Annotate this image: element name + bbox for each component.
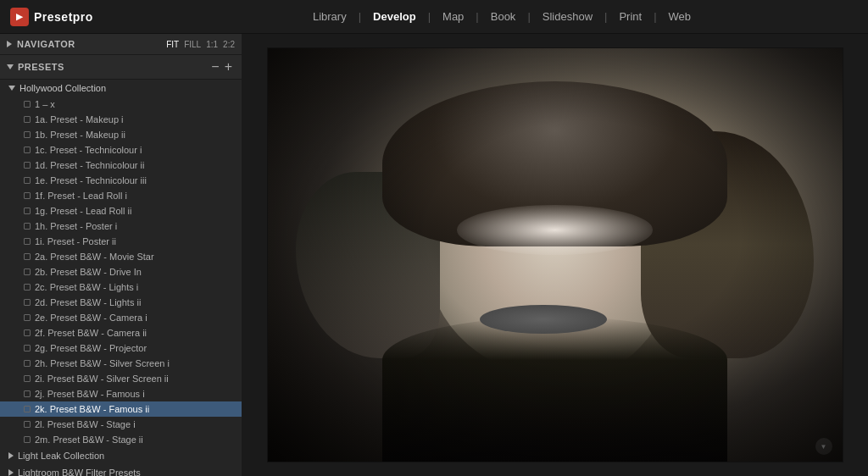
preset-item-h2h[interactable]: 2h. Preset B&W - Silver Screen i <box>0 356 242 371</box>
preset-item-label: 2c. Preset B&W - Lights i <box>35 282 138 292</box>
presets-plus-button[interactable]: + <box>222 59 235 75</box>
preset-list: Hollywood Collection 1 – x1a. Preset - M… <box>0 80 242 476</box>
logo-icon: ▶ <box>10 8 29 26</box>
nav-library[interactable]: Library <box>306 7 353 26</box>
preset-item-h2d[interactable]: 2d. Preset B&W - Lights ii <box>0 295 242 310</box>
collection-hollywood-label: Hollywood Collection <box>19 83 106 93</box>
preset-item-icon <box>24 375 31 382</box>
preset-item-icon <box>24 238 31 245</box>
preset-item-icon <box>24 345 31 351</box>
navigator-collapse-icon[interactable] <box>7 41 12 47</box>
preset-item-icon <box>24 406 31 412</box>
preset-item-icon <box>24 253 31 260</box>
preset-item-h2b[interactable]: 2b. Preset B&W - Drive In <box>0 264 242 280</box>
preset-item-label: 2d. Preset B&W - Lights ii <box>35 297 141 307</box>
presets-label: Presets <box>18 62 209 72</box>
preset-item-h1b[interactable]: 1b. Preset - Makeup ii <box>0 127 242 142</box>
nav-web[interactable]: Web <box>662 7 698 26</box>
preset-item-label: 2e. Preset B&W - Camera i <box>35 313 147 323</box>
collection-light-leak-label: Light Leak Collection <box>18 451 104 461</box>
preset-item-h2l[interactable]: 2l. Preset B&W - Stage i <box>0 417 242 432</box>
preset-item-label: 1f. Preset - Lead Roll i <box>35 191 127 201</box>
preset-item-label: 1g. Preset - Lead Roll ii <box>35 206 131 216</box>
preset-item-label: 2l. Preset B&W - Stage i <box>35 419 136 429</box>
preset-item-h1i[interactable]: 1i. Preset - Poster ii <box>0 234 242 249</box>
collection-light-leak-expand-icon <box>8 452 14 459</box>
preset-item-icon <box>24 284 31 291</box>
preset-item-icon <box>24 314 31 321</box>
left-panel: Navigator FIT FILL 1:1 2:2 Presets − + H… <box>0 34 242 476</box>
preset-item-label: 2h. Preset B&W - Silver Screen i <box>35 358 170 368</box>
preset-item-h2c[interactable]: 2c. Preset B&W - Lights i <box>0 280 242 295</box>
preset-item-label: 1i. Preset - Poster ii <box>35 236 116 246</box>
preset-item-icon <box>24 101 31 108</box>
preset-item-icon <box>24 360 31 367</box>
fill-button[interactable]: FILL <box>184 40 201 49</box>
collection-bw-filter[interactable]: Lightroom B&W Filter Presets <box>0 464 242 476</box>
photo-container: ▼ <box>267 47 843 462</box>
preset-item-label: 1e. Preset - Technicolour iii <box>35 175 147 185</box>
fit-button[interactable]: FIT <box>166 40 179 49</box>
preset-item-icon <box>24 116 31 123</box>
hollywood-items: 1 – x1a. Preset - Makeup i1b. Preset - M… <box>0 97 242 447</box>
preset-item-icon <box>24 421 31 428</box>
preset-item-icon <box>24 208 31 214</box>
nav-sep-3: | <box>476 10 478 23</box>
preset-item-h2g[interactable]: 2g. Preset B&W - Projector <box>0 340 242 356</box>
collection-light-leak[interactable]: Light Leak Collection <box>0 447 242 464</box>
preset-item-h2m[interactable]: 2m. Preset B&W - Stage ii <box>0 432 242 447</box>
preset-item-icon <box>24 177 31 184</box>
photo-area: ▼ <box>242 34 868 476</box>
top-bar: ▶ Presetpro Library | Develop | Map | Bo… <box>0 0 868 34</box>
preset-item-h2a[interactable]: 2a. Preset B&W - Movie Star <box>0 249 242 264</box>
nav-develop[interactable]: Develop <box>366 7 423 26</box>
preset-item-label: 2g. Preset B&W - Projector <box>35 343 147 353</box>
logo-area: ▶ Presetpro <box>0 8 136 26</box>
preset-item-h1e[interactable]: 1e. Preset - Technicolour iii <box>0 173 242 188</box>
ratio1-button[interactable]: 1:1 <box>206 40 218 49</box>
preset-item-h2j[interactable]: 2j. Preset B&W - Famous i <box>0 386 242 401</box>
preset-item-h1g[interactable]: 1g. Preset - Lead Roll ii <box>0 203 242 219</box>
nav-sep-6: | <box>654 10 656 23</box>
preset-item-h1f[interactable]: 1f. Preset - Lead Roll i <box>0 188 242 203</box>
preset-item-h2k[interactable]: 2k. Preset B&W - Famous ii <box>0 401 242 417</box>
preset-item-h1c[interactable]: 1c. Preset - Technicolour i <box>0 142 242 158</box>
logo-text: Presetpro <box>34 10 93 24</box>
preset-item-icon <box>24 329 31 336</box>
preset-item-icon <box>24 131 31 138</box>
presets-minus-button[interactable]: − <box>209 59 221 75</box>
collection-hollywood[interactable]: Hollywood Collection <box>0 80 242 97</box>
nav-print[interactable]: Print <box>612 7 648 26</box>
preset-item-label: 2b. Preset B&W - Drive In <box>35 267 142 277</box>
nav-links: Library | Develop | Map | Book | Slidesh… <box>136 7 868 26</box>
preset-item-icon <box>24 268 31 275</box>
preset-item-label: 1h. Preset - Poster i <box>35 221 117 231</box>
preset-item-h2e[interactable]: 2e. Preset B&W - Camera i <box>0 310 242 325</box>
preset-item-label: 2i. Preset B&W - Silver Screen ii <box>35 374 169 384</box>
nav-book[interactable]: Book <box>484 7 523 26</box>
nav-slideshow[interactable]: Slideshow <box>536 7 599 26</box>
preset-item-icon <box>24 162 31 169</box>
preset-item-icon <box>24 223 31 230</box>
preset-item-h1d[interactable]: 1d. Preset - Technicolour ii <box>0 158 242 173</box>
nav-sep-4: | <box>527 10 530 23</box>
preset-item-label: 2f. Preset B&W - Camera ii <box>35 328 147 338</box>
nav-map[interactable]: Map <box>436 7 470 26</box>
nav-sep-2: | <box>428 10 431 23</box>
preset-item-h2f[interactable]: 2f. Preset B&W - Camera ii <box>0 325 242 340</box>
preset-item-icon <box>24 390 31 397</box>
collection-bw-filter-expand-icon <box>8 469 14 476</box>
preset-item-h1[interactable]: 1 – x <box>0 97 242 112</box>
preset-item-label: 1c. Preset - Technicolour i <box>35 145 142 155</box>
collection-expand-icon <box>8 86 15 91</box>
preset-item-label: 1a. Preset - Makeup i <box>35 114 124 125</box>
preset-item-h2i[interactable]: 2i. Preset B&W - Silver Screen ii <box>0 371 242 386</box>
navigator-label: Navigator <box>17 39 75 49</box>
preset-item-label: 2k. Preset B&W - Famous ii <box>35 404 149 414</box>
ratio2-button[interactable]: 2:2 <box>223 40 235 49</box>
presets-header: Presets − + <box>0 55 242 80</box>
presets-collapse-icon[interactable] <box>7 64 14 69</box>
preset-item-h1a[interactable]: 1a. Preset - Makeup i <box>0 112 242 127</box>
preset-item-h1h[interactable]: 1h. Preset - Poster i <box>0 219 242 234</box>
preset-item-label: 2j. Preset B&W - Famous i <box>35 389 145 399</box>
